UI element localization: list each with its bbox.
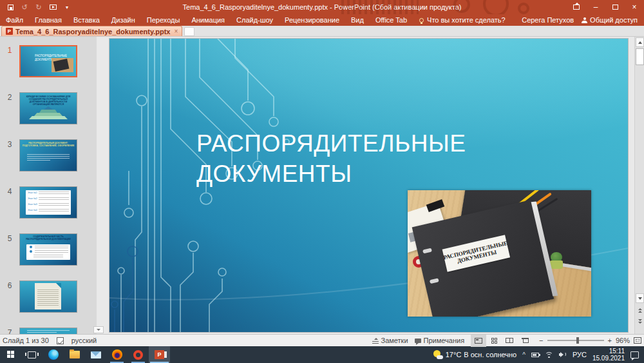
- slide-title-text[interactable]: РАСПОРЯДИТЕЛЬНЫЕ ДОКУМЕНТЫ: [196, 129, 466, 189]
- lightbulb-icon: [419, 18, 424, 23]
- slide-5-thumbnail[interactable]: СОДЕРЖАТЕЛЬНАЯ ЧАСТЬ РАСПОРЯДИТЕЛЬНОЙ ДО…: [19, 233, 77, 266]
- zoom-slider[interactable]: [547, 340, 604, 341]
- zoom-level[interactable]: 96%: [616, 337, 630, 344]
- taskbar-opera-button[interactable]: [128, 346, 149, 363]
- thumbnail-pane-splitter-button[interactable]: [93, 326, 104, 333]
- thumbnail-item-7[interactable]: 7: [0, 328, 97, 334]
- arrow-up-icon: [638, 41, 642, 44]
- file-explorer-icon: [70, 351, 80, 358]
- tab-review[interactable]: Рецензирование: [279, 14, 345, 26]
- file-tab[interactable]: P Tema_4_6_Rasporyaditelnye_dokumenty.pp…: [1, 26, 182, 36]
- view-slide-sorter-button[interactable]: [486, 335, 502, 347]
- tab-slideshow[interactable]: Слайд-шоу: [231, 14, 279, 26]
- task-view-button[interactable]: [21, 346, 43, 363]
- notes-label: Заметки: [381, 337, 408, 344]
- undo-button[interactable]: ↺: [18, 1, 31, 13]
- taskbar-clock[interactable]: 15:11 15.09.2021: [592, 348, 625, 362]
- task-view-icon: [28, 351, 36, 358]
- thumbnail-item-1[interactable]: 1 РАСПОРЯДИТЕЛЬНЫЕ ДОКУМЕНТЫ: [0, 45, 97, 77]
- fit-to-window-icon[interactable]: [634, 337, 641, 344]
- powerpoint-icon: P: [155, 350, 164, 359]
- slide-number: 3: [0, 139, 19, 172]
- scrollbar-thumb[interactable]: [636, 48, 644, 65]
- previous-slide-button[interactable]: [636, 306, 644, 315]
- ribbon-display-icon: [573, 5, 580, 10]
- slide-canvas[interactable]: РАСПОРЯДИТЕЛЬНЫЕ ДОКУМЕНТЫ: [109, 39, 628, 332]
- battery-icon[interactable]: [531, 353, 539, 357]
- mini-step-label: Этап №4: [28, 209, 28, 211]
- normal-view-icon: [475, 338, 482, 344]
- thumbnail-item-5[interactable]: 5 СОДЕРЖАТЕЛЬНАЯ ЧАСТЬ РАСПОРЯДИТЕЛЬНОЙ …: [0, 233, 97, 266]
- slide-7-thumbnail[interactable]: [19, 328, 77, 334]
- comments-toggle[interactable]: Примечания: [415, 337, 465, 344]
- firefox-icon: [112, 349, 122, 360]
- powerpoint-file-icon: P: [6, 28, 13, 35]
- tab-file[interactable]: Файл: [0, 14, 29, 26]
- slide-number: 7: [0, 328, 19, 334]
- slide-3-thumbnail[interactable]: РАСПОРЯДИТЕЛЬНЫЙ ДОКУМЕНТ: ПОДГОТОВКА, С…: [19, 139, 77, 172]
- tab-animations[interactable]: Анимация: [185, 14, 231, 26]
- save-button[interactable]: [4, 1, 17, 13]
- slide-title-line1: РАСПОРЯДИТЕЛЬНЫЕ: [196, 129, 466, 159]
- taskbar-powerpoint-button[interactable]: P: [149, 346, 170, 363]
- tell-me-box[interactable]: Что вы хотите сделать?: [419, 16, 506, 24]
- taskbar-explorer-button[interactable]: [64, 346, 85, 363]
- binders-photo[interactable]: РАСПОРЯДИТЕЛЬНЫЕ ДОКУМЕНТЫ: [408, 190, 591, 317]
- zoom-in-button[interactable]: +: [608, 337, 612, 344]
- thumbnail-item-2[interactable]: 2 ЮРИДИЧЕСКИМИ ОСНОВАНИЯМИ ДЛЯ СОЗДАНИЯ …: [0, 92, 97, 124]
- new-tab-button[interactable]: [184, 27, 194, 36]
- tray-overflow-chevron[interactable]: ^: [522, 351, 526, 358]
- slide-4-thumbnail[interactable]: Этап №1 Этап №2 Этап №3 Этап №4: [19, 186, 77, 219]
- slide-counter[interactable]: Слайд 1 из 30: [3, 337, 49, 344]
- arrow-down-icon: [638, 297, 642, 300]
- slide-number: 2: [0, 92, 19, 124]
- account-name[interactable]: Серега Петухов: [522, 16, 574, 24]
- taskbar-edge-button[interactable]: [43, 346, 64, 363]
- slide-2-thumbnail[interactable]: ЮРИДИЧЕСКИМИ ОСНОВАНИЯМИ ДЛЯ СОЗДАНИЯ РА…: [19, 92, 77, 124]
- restore-button[interactable]: [605, 0, 625, 14]
- tab-home[interactable]: Главная: [29, 14, 68, 26]
- tab-office-tab[interactable]: Office Tab: [370, 14, 413, 26]
- save-icon: [8, 5, 14, 10]
- spellcheck-icon[interactable]: [57, 337, 64, 344]
- redo-button[interactable]: ↻: [32, 1, 45, 13]
- ribbon-display-options-button[interactable]: [567, 0, 586, 14]
- customize-qat-button[interactable]: ▾: [61, 1, 73, 13]
- minimize-button[interactable]: –: [586, 0, 605, 14]
- zoom-slider-thumb[interactable]: [576, 337, 579, 344]
- taskbar-firefox-button[interactable]: [106, 346, 128, 363]
- slide-6-thumbnail[interactable]: [19, 280, 77, 313]
- restore-icon: [612, 5, 618, 10]
- input-language-indicator[interactable]: РУС: [573, 351, 587, 358]
- share-button[interactable]: Общий доступ: [582, 16, 638, 24]
- scroll-up-button[interactable]: [636, 37, 644, 47]
- wifi-icon[interactable]: [545, 351, 553, 358]
- start-button[interactable]: [0, 346, 21, 363]
- taskbar-mail-button[interactable]: [85, 346, 106, 363]
- thumbnail-item-3[interactable]: 3 РАСПОРЯДИТЕЛЬНЫЙ ДОКУМЕНТ: ПОДГОТОВКА,…: [0, 139, 97, 172]
- window-title: Tema_4_6_Rasporyaditelnye_dokumenty.pptx…: [0, 3, 644, 11]
- action-center-icon[interactable]: [630, 351, 639, 358]
- notes-toggle[interactable]: Заметки: [372, 337, 408, 344]
- language-indicator[interactable]: русский: [71, 337, 97, 344]
- slide-1-thumbnail[interactable]: РАСПОРЯДИТЕЛЬНЫЕ ДОКУМЕНТЫ: [19, 45, 77, 77]
- speaker-icon[interactable]: [559, 351, 567, 358]
- close-button[interactable]: ×: [625, 0, 644, 14]
- thumbnail-item-6[interactable]: 6: [0, 280, 97, 313]
- thumbnail-item-4[interactable]: 4 Этап №1 Этап №2 Этап №3 Этап №4: [0, 186, 97, 219]
- view-slideshow-button[interactable]: [517, 335, 533, 347]
- slide-editor-area[interactable]: РАСПОРЯДИТЕЛЬНЫЕ ДОКУМЕНТЫ: [97, 37, 644, 334]
- file-tab-close-icon[interactable]: ×: [174, 28, 178, 35]
- tab-transitions[interactable]: Переходы: [141, 14, 186, 26]
- vertical-scrollbar[interactable]: [634, 37, 644, 334]
- tab-view[interactable]: Вид: [345, 14, 370, 26]
- weather-widget[interactable]: 17°C В осн. солнечно: [433, 350, 516, 360]
- start-slideshow-button[interactable]: [46, 1, 59, 13]
- tab-design[interactable]: Дизайн: [106, 14, 141, 26]
- zoom-out-button[interactable]: −: [539, 337, 543, 344]
- next-slide-button[interactable]: [636, 317, 644, 326]
- view-normal-button[interactable]: [471, 335, 486, 347]
- view-reading-button[interactable]: [502, 335, 517, 347]
- tab-insert[interactable]: Вставка: [68, 14, 106, 26]
- scroll-down-button[interactable]: [636, 293, 644, 303]
